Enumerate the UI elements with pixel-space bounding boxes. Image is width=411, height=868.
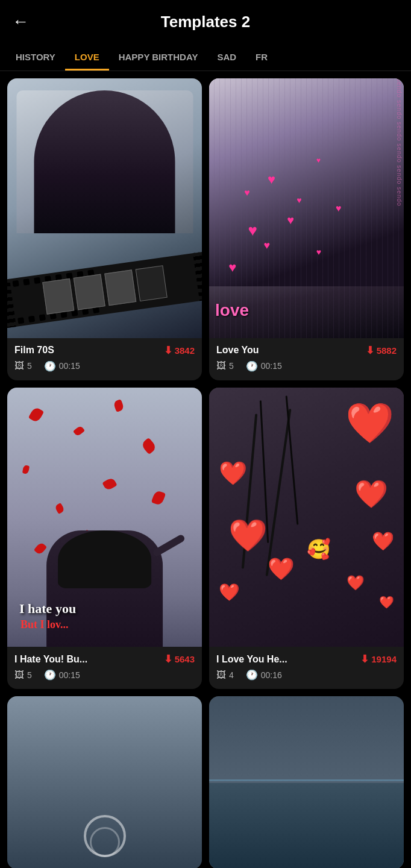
card-i-hate-you[interactable]: I hate you But I lov... I Hate You! Bu..… xyxy=(7,388,202,690)
photo-icon: 🖼 xyxy=(14,360,24,371)
clock-icon: 🕐 xyxy=(44,669,56,681)
download-count: ⬇ 5882 xyxy=(366,344,397,357)
big-heart-decorations: ❤️ ❤️ ❤️ ❤️ ❤️ ❤️ ❤️ ❤️ ❤️ 🥰 xyxy=(209,388,404,647)
hate-text: I hate you xyxy=(19,601,76,617)
card-thumbnail xyxy=(7,78,202,338)
photo-icon: 🖼 xyxy=(216,360,226,371)
tab-sad[interactable]: SAD xyxy=(207,43,246,71)
card-extra-2[interactable] xyxy=(209,696,404,868)
photo-count: 🖼 4 xyxy=(216,670,234,681)
download-icon: ⬇ xyxy=(360,653,369,665)
vertical-text: sendo sendo sendo sendo sendo sendo xyxy=(396,78,403,338)
download-icon: ⬇ xyxy=(164,653,172,665)
card-info: I Love You He... ⬇ 19194 🖼 4 🕐 00:16 xyxy=(209,647,404,689)
clock-icon: 🕐 xyxy=(44,360,56,372)
tab-bar: HISTORY LOVE HAPPY BIRTHDAY SAD FR xyxy=(0,43,411,71)
card-thumbnail xyxy=(209,696,404,868)
page-title: Templates 2 xyxy=(41,13,370,31)
heart-decorations: ♥ ♥ ♥ ♥ ♥ ♥ ♥ ♥ ♥ ♥ xyxy=(209,78,404,338)
card-title: I Hate You! Bu... xyxy=(14,654,87,665)
card-thumbnail: ❤️ ❤️ ❤️ ❤️ ❤️ ❤️ ❤️ ❤️ ❤️ 🥰 xyxy=(209,388,404,647)
download-count: ⬇ 3842 xyxy=(164,344,195,357)
card-thumbnail xyxy=(7,696,202,868)
card-info: I Hate You! Bu... ⬇ 5643 🖼 5 🕐 00:15 xyxy=(7,647,202,689)
card-film-70s[interactable]: Film 70S ⬇ 3842 🖼 5 🕐 00:15 xyxy=(7,78,202,380)
download-icon: ⬇ xyxy=(164,344,172,357)
card-thumbnail: I hate you But I lov... xyxy=(7,388,202,647)
card-title: Love You xyxy=(216,345,259,356)
card-title: I Love You He... xyxy=(216,654,287,665)
tab-fr[interactable]: FR xyxy=(246,43,277,71)
card-extra-1[interactable] xyxy=(7,696,202,868)
header: ← Templates 2 xyxy=(0,0,411,43)
photo-icon: 🖼 xyxy=(14,670,24,681)
card-thumbnail: ♥ ♥ ♥ ♥ ♥ ♥ ♥ ♥ ♥ ♥ love sendo sendo sen… xyxy=(209,78,404,338)
card-love-you[interactable]: ♥ ♥ ♥ ♥ ♥ ♥ ♥ ♥ ♥ ♥ love sendo sendo sen… xyxy=(209,78,404,380)
duration: 🕐 00:15 xyxy=(44,669,80,681)
tab-love[interactable]: LOVE xyxy=(65,43,109,71)
back-button[interactable]: ← xyxy=(12,12,29,31)
card-info: Film 70S ⬇ 3842 🖼 5 🕐 00:15 xyxy=(7,338,202,380)
duration: 🕐 00:16 xyxy=(246,669,282,681)
template-grid: Film 70S ⬇ 3842 🖼 5 🕐 00:15 xyxy=(0,71,411,868)
download-count: ⬇ 19194 xyxy=(360,653,397,665)
photo-count: 🖼 5 xyxy=(14,670,32,681)
card-i-love-you-he[interactable]: ❤️ ❤️ ❤️ ❤️ ❤️ ❤️ ❤️ ❤️ ❤️ 🥰 I Love You … xyxy=(209,388,404,690)
tab-happy-birthday[interactable]: HAPPY BIRTHDAY xyxy=(109,43,208,71)
download-count: ⬇ 5643 xyxy=(164,653,195,665)
photo-count: 🖼 5 xyxy=(216,360,234,371)
card-info: Love You ⬇ 5882 🖼 5 🕐 00:15 xyxy=(209,338,404,380)
tab-history[interactable]: HISTORY xyxy=(6,43,65,71)
photo-icon: 🖼 xyxy=(216,670,226,681)
hate-subtext: But I lov... xyxy=(20,618,69,631)
clock-icon: 🕐 xyxy=(246,669,258,681)
duration: 🕐 00:15 xyxy=(246,360,282,372)
duration: 🕐 00:15 xyxy=(44,360,80,372)
download-icon: ⬇ xyxy=(366,344,374,357)
clock-icon: 🕐 xyxy=(246,360,258,372)
love-text: love xyxy=(215,301,249,320)
photo-count: 🖼 5 xyxy=(14,360,32,371)
card-title: Film 70S xyxy=(14,345,54,356)
